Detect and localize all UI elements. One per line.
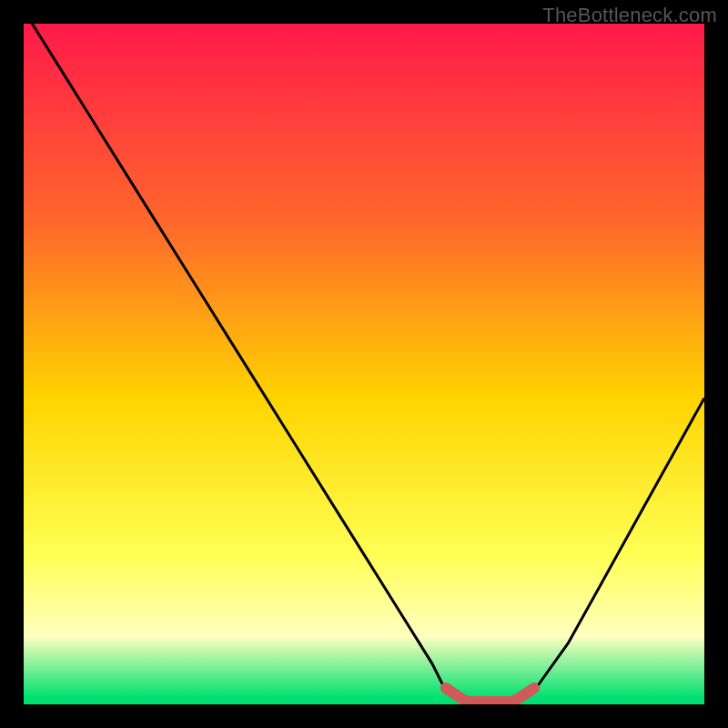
plot-area — [24, 24, 704, 704]
chart-frame: TheBottleneck.com — [0, 0, 728, 728]
background-gradient — [24, 24, 704, 704]
svg-rect-0 — [24, 24, 704, 704]
attribution-text: TheBottleneck.com — [542, 4, 717, 27]
